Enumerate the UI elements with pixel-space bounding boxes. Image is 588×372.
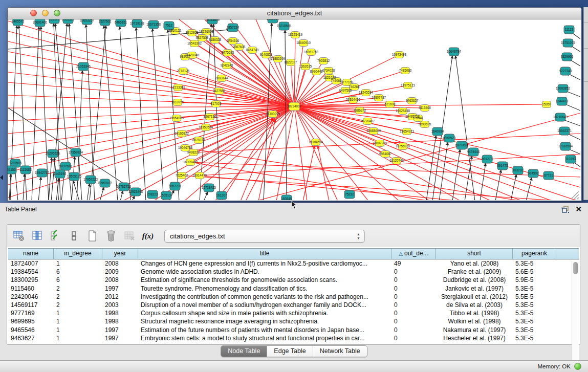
svg-text:9857791: 9857791 xyxy=(169,184,182,188)
cell: 1997 xyxy=(102,326,138,334)
svg-text:10973493: 10973493 xyxy=(392,53,407,56)
cell: Tibbo et al. (1998) xyxy=(436,309,513,317)
cell: 1 xyxy=(54,334,102,342)
collapse-panel-arrow-icon[interactable] xyxy=(0,175,3,180)
cell: Changes of HCN gene expression and I(f) … xyxy=(138,259,391,268)
table-row[interactable]: 1830029562008Estimation of significance … xyxy=(8,276,579,284)
close-panel-icon[interactable]: ✕ xyxy=(575,205,582,214)
cell: 5.3E-5 xyxy=(513,259,556,268)
cell: 2 xyxy=(54,293,102,301)
table-row[interactable]: 1872400712008Changes of HCN gene express… xyxy=(8,259,579,268)
svg-text:19218596: 19218596 xyxy=(277,24,292,28)
tab-edge-table[interactable]: Edge Table xyxy=(267,346,313,357)
column-header-name[interactable]: name xyxy=(8,249,54,259)
float-panel-icon[interactable] xyxy=(561,206,570,213)
cell: Yano et al. (2008) xyxy=(436,259,513,268)
svg-text:9777169: 9777169 xyxy=(341,80,354,84)
svg-text:16961758: 16961758 xyxy=(304,50,319,54)
svg-text:8475685: 8475685 xyxy=(222,51,234,54)
cell: 5.5E-5 xyxy=(513,293,556,301)
table-source-dropdown[interactable]: citations_edges.txt ▲▼ xyxy=(164,230,365,243)
table-row[interactable]: 946554611997Estimation of the future num… xyxy=(8,326,579,334)
svg-text:1244413: 1244413 xyxy=(556,99,569,103)
table-row[interactable]: 946362711997Embryonic stem cells: a mode… xyxy=(8,334,579,342)
svg-text:8186328: 8186328 xyxy=(209,38,222,41)
table-row[interactable]: 1938455462009Genome-wide association stu… xyxy=(8,268,579,276)
cell: 5.3E-5 xyxy=(513,309,556,317)
svg-text:1640934: 1640934 xyxy=(431,129,444,133)
svg-text:15885209: 15885209 xyxy=(271,57,286,60)
svg-text:19046798: 19046798 xyxy=(178,146,193,149)
cell: Dudbridge et al. (2008) xyxy=(436,276,513,284)
cell: 1 xyxy=(54,317,102,325)
cell: 9463627 xyxy=(8,334,54,342)
svg-text:1115683: 1115683 xyxy=(19,168,32,171)
row-height-icon[interactable] xyxy=(67,229,81,243)
svg-text:16543382: 16543382 xyxy=(187,41,202,45)
table-row[interactable]: 1456911722003Disruption of a novel membe… xyxy=(8,301,579,309)
svg-text:746266: 746266 xyxy=(349,85,360,89)
cell: 5.6E-5 xyxy=(513,268,556,276)
svg-text:12923448: 12923448 xyxy=(128,190,143,193)
svg-text:2367608: 2367608 xyxy=(233,45,246,49)
tab-network-table[interactable]: Network Table xyxy=(313,346,367,357)
svg-text:67731: 67731 xyxy=(544,173,553,177)
svg-text:10958107: 10958107 xyxy=(98,181,113,185)
cell: Jankovic et al. (1997) xyxy=(436,285,513,293)
svg-text:103292: 103292 xyxy=(512,168,524,172)
network-window-titlebar[interactable]: citations_edges.txt xyxy=(8,8,581,19)
svg-text:8878332: 8878332 xyxy=(192,138,205,142)
cell: de Silva et al. (2003) xyxy=(436,301,513,309)
svg-text:1754616: 1754616 xyxy=(227,39,239,42)
delete-column-icon[interactable] xyxy=(104,229,118,243)
svg-text:17359924: 17359924 xyxy=(69,150,83,154)
svg-text:15692371: 15692371 xyxy=(557,129,572,133)
new-column-icon[interactable] xyxy=(85,229,100,243)
table-header-row: namein_degreeyeartitle△out_de...shortpag… xyxy=(8,248,579,259)
column-header-year[interactable]: year xyxy=(102,249,138,259)
cell: Tourette syndrome. Phenomenology and cla… xyxy=(138,285,391,293)
table-panel-title: Table Panel xyxy=(5,203,37,216)
cell: 2003 xyxy=(102,301,138,309)
svg-text:11123: 11123 xyxy=(565,28,574,31)
cell: Genome-wide association studies in ADHD. xyxy=(138,268,391,276)
svg-text:13505125: 13505125 xyxy=(67,174,82,178)
dropdown-stepper-icon[interactable]: ▲▼ xyxy=(357,232,360,240)
cell: 0 xyxy=(391,276,436,284)
column-header-out_de[interactable]: △out_de... xyxy=(391,249,436,259)
table-row[interactable]: 2242004622012Investigating the contribut… xyxy=(8,293,579,301)
table-row[interactable]: 911546021997Tourette syndrome. Phenomeno… xyxy=(8,285,579,293)
svg-text:10719188: 10719188 xyxy=(130,21,145,25)
table-row[interactable]: 969969511998Structural magnetic resonanc… xyxy=(8,317,579,325)
cell: 5.3E-5 xyxy=(513,317,556,325)
column-header-title[interactable]: title xyxy=(138,249,391,259)
scrollbar-thumb[interactable] xyxy=(573,262,578,274)
table-panel: Table Panel ✕ f(x) citations_edges.txt ▲… xyxy=(0,203,588,361)
select-rows-icon[interactable] xyxy=(49,229,63,243)
column-header-pagerank[interactable]: pagerank xyxy=(513,249,556,259)
function-builder-icon[interactable]: f(x) xyxy=(141,229,155,243)
svg-text:9227343: 9227343 xyxy=(559,69,572,73)
cell: 18724007 xyxy=(8,259,54,268)
svg-text:1145194: 1145194 xyxy=(54,172,67,176)
network-window[interactable]: citations_edges.txt 18724007183002951938… xyxy=(7,7,582,201)
cell: 9777169 xyxy=(8,309,54,317)
delete-table-icon[interactable] xyxy=(122,229,137,243)
cell: 2 xyxy=(54,285,102,293)
cell: 19384554 xyxy=(8,268,54,276)
cell: 5.3E-5 xyxy=(513,301,556,309)
show-column-icon[interactable] xyxy=(30,229,45,243)
cytoscape-app: citations_edges.txt 18724007183002951938… xyxy=(0,0,588,372)
svg-text:9984067: 9984067 xyxy=(379,152,392,156)
column-header-in_degree[interactable]: in_degree xyxy=(54,249,102,259)
table-row[interactable]: 977716911998Corpus callosum shape and si… xyxy=(8,309,579,317)
network-canvas[interactable]: 1872400718300295193845548860122891295518… xyxy=(8,19,580,200)
column-header-short[interactable]: short xyxy=(436,249,513,259)
cell: 1 xyxy=(54,259,102,268)
cell: 9465546 xyxy=(8,326,54,334)
svg-text:17957223: 17957223 xyxy=(83,178,98,181)
cell: 1 xyxy=(54,309,102,317)
table-options-icon[interactable] xyxy=(12,229,26,243)
tab-node-table[interactable]: Node Table xyxy=(221,346,267,357)
svg-text:1527602: 1527602 xyxy=(99,19,112,23)
